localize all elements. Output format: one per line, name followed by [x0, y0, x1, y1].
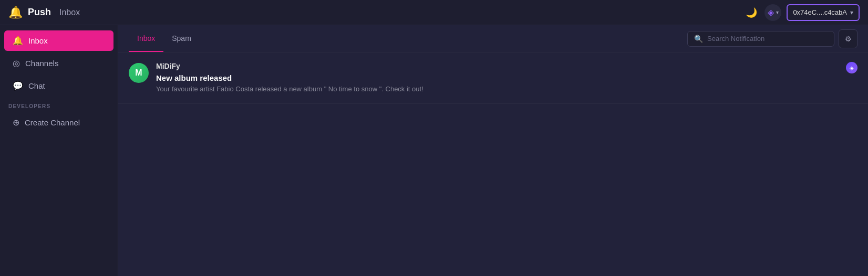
- search-input[interactable]: [707, 35, 828, 43]
- notification-avatar: M: [129, 63, 149, 83]
- notification-title: New album released: [156, 73, 857, 82]
- wallet-button[interactable]: 0x74eC....c4cabA ▾: [787, 4, 860, 21]
- sidebar-item-channels[interactable]: ◎ Channels: [4, 53, 113, 73]
- notification-list: M MiDiFy New album released Your favouri…: [118, 52, 868, 276]
- wallet-chevron-icon: ▾: [850, 9, 853, 16]
- logo-text: Push: [28, 7, 51, 18]
- dark-mode-button[interactable]: 🌙: [743, 5, 759, 20]
- content-area: Inbox Spam 🔍 ⚙ M MiDiFy New album releas…: [118, 25, 868, 276]
- create-channel-icon: ⊕: [13, 118, 19, 128]
- sidebar: 🔔 Inbox ◎ Channels 💬 Chat DEVELOPERS ⊕ C…: [0, 25, 118, 276]
- tab-inbox[interactable]: Inbox: [129, 25, 163, 52]
- notification-sender: MiDiFy: [156, 62, 857, 70]
- filter-icon: ⚙: [845, 35, 852, 43]
- content-header: Inbox Spam 🔍 ⚙: [118, 25, 868, 52]
- search-filter-row: 🔍 ⚙: [687, 29, 857, 48]
- tab-spam[interactable]: Spam: [163, 25, 200, 52]
- sidebar-item-inbox[interactable]: 🔔 Inbox: [4, 30, 113, 51]
- wallet-address: 0x74eC....c4cabA: [793, 8, 847, 16]
- badge-icon: ◈: [850, 65, 854, 71]
- network-icon: ◈: [768, 7, 774, 17]
- header-title: Inbox: [59, 8, 80, 17]
- channels-icon: ◎: [13, 58, 20, 68]
- notification-badge: ◈: [846, 62, 857, 73]
- sidebar-item-inbox-label: Inbox: [28, 36, 48, 45]
- developers-section-label: DEVELOPERS: [0, 97, 118, 111]
- inbox-icon: 🔔: [13, 36, 23, 46]
- sidebar-item-create-channel-label: Create Channel: [25, 118, 80, 127]
- main-layout: 🔔 Inbox ◎ Channels 💬 Chat DEVELOPERS ⊕ C…: [0, 25, 868, 276]
- network-button[interactable]: ◈ ▾: [764, 4, 781, 21]
- header-right: 🌙 ◈ ▾ 0x74eC....c4cabA ▾: [743, 4, 860, 21]
- search-box: 🔍: [687, 31, 834, 47]
- header-left: 🔔 Push Inbox: [8, 6, 80, 19]
- sidebar-item-channels-label: Channels: [25, 59, 58, 68]
- chevron-down-icon: ▾: [776, 9, 779, 15]
- notification-description: Your favourite artist Fabio Costa releas…: [156, 84, 857, 94]
- chat-icon: 💬: [13, 81, 23, 91]
- filter-button[interactable]: ⚙: [839, 29, 857, 48]
- tabs: Inbox Spam: [129, 25, 200, 52]
- sidebar-item-chat[interactable]: 💬 Chat: [4, 76, 113, 96]
- logo-bell-icon: 🔔: [8, 6, 23, 19]
- sidebar-item-chat-label: Chat: [28, 81, 45, 90]
- search-icon: 🔍: [694, 35, 703, 43]
- sidebar-item-create-channel[interactable]: ⊕ Create Channel: [4, 112, 113, 133]
- app-header: 🔔 Push Inbox 🌙 ◈ ▾ 0x74eC....c4cabA ▾: [0, 0, 868, 25]
- notification-body: MiDiFy New album released Your favourite…: [156, 62, 857, 94]
- notification-item[interactable]: M MiDiFy New album released Your favouri…: [118, 52, 868, 104]
